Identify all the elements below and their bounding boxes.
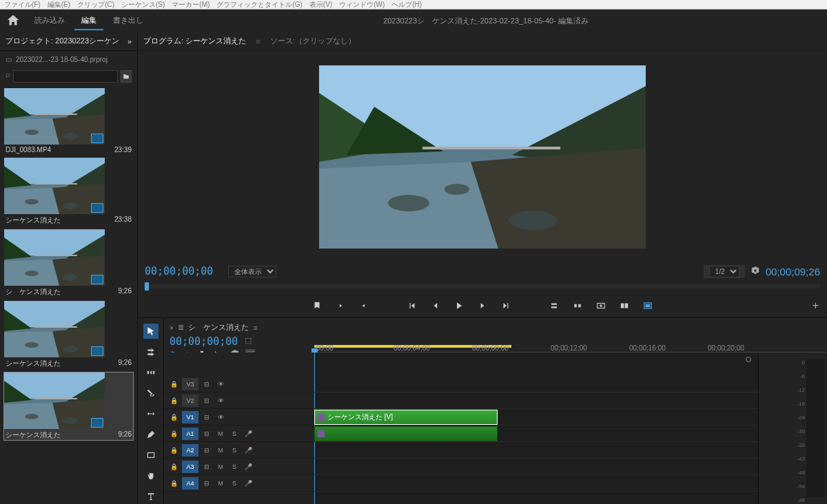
step-back-icon[interactable] (429, 300, 442, 312)
program-timecode-left[interactable]: 00;00;00;00 (145, 265, 213, 277)
solo-icon[interactable]: S (229, 428, 240, 439)
lock-icon[interactable]: 🔒 (168, 395, 179, 406)
timeline-tab-label[interactable]: シ ケンス消えた (188, 322, 249, 333)
app-menubar[interactable]: ファイル(F) 編集(E) クリップ(C) シーケンス(S) マーカー(M) グ… (0, 0, 827, 10)
menu-sequence[interactable]: シーケンス(S) (121, 0, 165, 10)
track-label[interactable]: V1 (182, 411, 198, 423)
track-select-tool-icon[interactable] (143, 344, 159, 359)
menu-clip[interactable]: クリップ(C) (77, 0, 114, 10)
lock-icon[interactable]: 🔒 (168, 478, 179, 489)
sync-lock-icon[interactable]: ⊟ (201, 478, 212, 489)
menu-edit[interactable]: 編集(E) (48, 0, 70, 10)
menu-marker[interactable]: マーカー(M) (172, 0, 210, 10)
workspace-export[interactable]: 書き出し (106, 12, 150, 30)
selection-tool-icon[interactable] (143, 324, 159, 339)
razor-tool-icon[interactable] (143, 386, 159, 401)
workspace-edit[interactable]: 編集 (74, 12, 103, 30)
goto-out-icon[interactable] (500, 300, 512, 312)
eye-icon[interactable]: 👁 (215, 379, 226, 390)
video-track-row[interactable] (314, 392, 758, 409)
home-icon[interactable] (6, 14, 21, 28)
audio-track-header[interactable]: 🔒 A4 ⊟ M S 🎤 (164, 475, 314, 492)
eye-icon[interactable]: 👁 (215, 412, 226, 423)
voiceover-icon[interactable]: 🎤 (243, 478, 254, 489)
audio-track-header[interactable]: 🔒 A1 ⊟ M S 🎤 (164, 426, 314, 442)
sync-lock-icon[interactable]: ⊟ (201, 428, 212, 439)
video-track-header[interactable]: 🔒 V2 ⊟ 👁 (164, 392, 314, 409)
play-icon[interactable] (453, 300, 465, 312)
extract-icon[interactable] (571, 300, 584, 312)
safe-margins-icon[interactable] (642, 300, 654, 312)
new-bin-button[interactable] (121, 70, 132, 83)
solo-icon[interactable]: S (229, 445, 240, 456)
pen-tool-icon[interactable] (143, 427, 159, 442)
program-scrub-bar[interactable] (138, 280, 827, 294)
sync-lock-icon[interactable]: ⊟ (201, 395, 212, 406)
bin-item[interactable]: シーケンス消えた9;26 (4, 372, 133, 440)
bin-item[interactable]: シ ケンス消えた9;26 (4, 229, 133, 297)
solo-icon[interactable]: S (229, 461, 240, 472)
export-frame-icon[interactable] (595, 300, 607, 312)
track-label[interactable]: A1 (182, 428, 198, 440)
track-label[interactable]: A4 (182, 477, 198, 490)
timeline-timecode[interactable]: 00;00;00;00 (170, 335, 238, 348)
track-label[interactable]: V3 (182, 378, 198, 390)
audio-track-row[interactable] (314, 459, 758, 475)
voiceover-icon[interactable]: 🎤 (243, 428, 254, 439)
mute-icon[interactable]: M (215, 478, 226, 489)
project-search-input[interactable] (13, 70, 118, 83)
source-tab[interactable]: ソース:（クリップなし） (270, 36, 356, 46)
track-content[interactable]: シーケンス消えた [V] (314, 353, 758, 504)
menu-graphics[interactable]: グラフィックとタイトル(G) (216, 0, 302, 10)
video-track-header[interactable]: 🔒 V3 ⊟ 👁 (164, 376, 314, 392)
settings-icon[interactable] (751, 266, 760, 277)
project-bins[interactable]: DJI_0083.MP423:39 シーケンス消えた23:38 シ ケンス消えた… (0, 85, 137, 504)
menu-help[interactable]: ヘルプ(H) (391, 0, 422, 10)
keyframe-marker-icon[interactable] (746, 357, 751, 362)
menu-file[interactable]: ファイル(F) (4, 0, 41, 10)
lift-icon[interactable] (548, 300, 560, 312)
video-clip[interactable]: シーケンス消えた [V] (314, 410, 498, 425)
bin-item[interactable]: DJI_0083.MP423:39 (4, 88, 133, 154)
bin-item[interactable]: シーケンス消えた9;26 (4, 301, 133, 368)
timeline-playhead[interactable] (312, 348, 318, 353)
add-button-icon[interactable]: + (813, 300, 819, 312)
close-tab-icon[interactable]: × (170, 324, 174, 332)
in-point-icon[interactable] (334, 300, 347, 312)
rectangle-tool-icon[interactable] (143, 448, 159, 463)
menu-window[interactable]: ウィンドウ(W) (339, 0, 385, 10)
lock-icon[interactable]: 🔒 (168, 428, 179, 439)
voiceover-icon[interactable]: 🎤 (243, 461, 254, 472)
panel-menu-icon[interactable]: » (127, 37, 132, 45)
program-fit-select[interactable]: 全体表示 (228, 266, 276, 277)
program-playhead[interactable] (145, 282, 149, 291)
sync-lock-icon[interactable]: ⊟ (201, 445, 212, 456)
mute-icon[interactable]: M (215, 428, 226, 439)
workspace-import[interactable]: 読み込み (28, 12, 72, 30)
timeline-ruler-area[interactable]: ;00;0000;00;04;0000;00;08;0000;00;12;000… (314, 318, 827, 353)
sync-lock-icon[interactable]: ⊟ (201, 379, 212, 390)
mute-icon[interactable]: M (215, 461, 226, 472)
audio-clip[interactable] (314, 426, 498, 441)
track-label[interactable]: A2 (182, 444, 198, 456)
tab-menu-icon[interactable]: ≡ (256, 37, 260, 45)
out-point-icon[interactable] (358, 300, 370, 312)
audio-track-row[interactable] (314, 442, 758, 459)
video-track-header[interactable]: 🔒 V1 ⊟ 👁 (164, 409, 314, 426)
program-tab[interactable]: プログラム: シーケンス消えた (143, 36, 246, 46)
eye-icon[interactable]: 👁 (215, 395, 226, 406)
video-track-row[interactable] (314, 376, 758, 392)
audio-track-row[interactable] (314, 475, 758, 492)
audio-track-header[interactable]: 🔒 A2 ⊟ M S 🎤 (164, 442, 314, 459)
voiceover-icon[interactable]: 🎤 (243, 445, 254, 456)
lock-icon[interactable]: 🔒 (168, 445, 179, 456)
track-label[interactable]: V2 (182, 395, 198, 407)
ripple-tool-icon[interactable] (143, 365, 159, 380)
step-forward-icon[interactable] (476, 300, 489, 312)
bin-item[interactable]: シーケンス消えた23:38 (4, 158, 133, 225)
slip-tool-icon[interactable] (143, 406, 159, 421)
type-tool-icon[interactable] (143, 489, 159, 504)
hand-tool-icon[interactable] (143, 468, 159, 483)
tab-menu-icon[interactable]: ≡ (253, 324, 257, 332)
sync-lock-icon[interactable]: ⊟ (201, 412, 212, 423)
